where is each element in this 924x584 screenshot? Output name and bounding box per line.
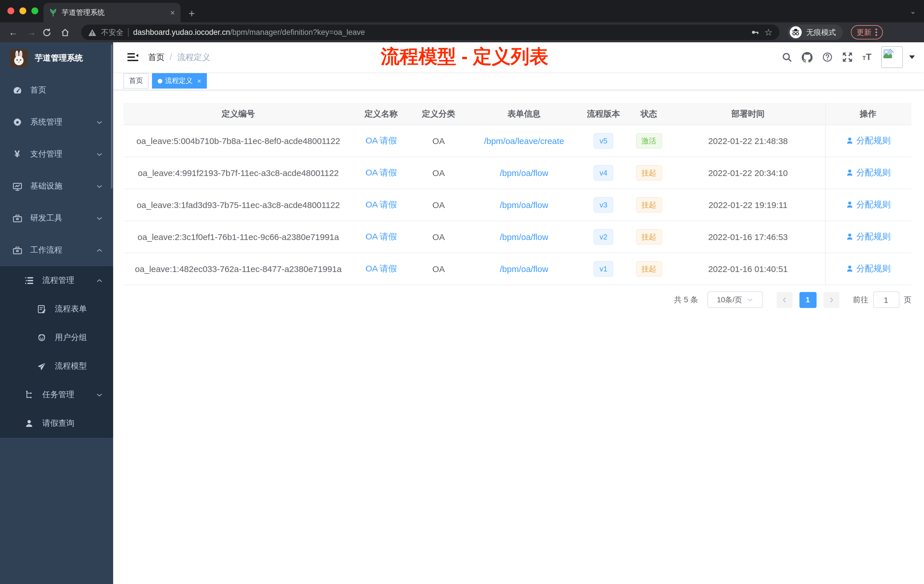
form-link[interactable]: /bpm/oa/flow — [500, 232, 548, 242]
sidebar-item-home[interactable]: 首页 — [0, 74, 113, 106]
form-link[interactable]: /bpm/oa/flow — [500, 168, 548, 178]
avatar[interactable] — [881, 46, 903, 68]
browser-update-button[interactable]: 更新 — [851, 25, 883, 40]
definition-name-link[interactable]: OA 请假 — [365, 200, 397, 209]
breadcrumb-separator: / — [170, 53, 172, 62]
assign-rule-button[interactable]: 分配规则 — [845, 167, 891, 178]
goto-label: 前往 — [853, 295, 868, 305]
browser-menu-kebab-icon[interactable] — [875, 28, 877, 36]
goto-page-input[interactable] — [873, 292, 899, 308]
toolbox-icon — [12, 213, 22, 223]
url-text[interactable]: dashboard.yudao.iocoder.cn/bpm/manager/d… — [133, 28, 746, 36]
sidebar-item-label: 系统管理 — [30, 117, 88, 127]
sidebar-item-label: 工作流程 — [30, 245, 88, 256]
definition-name-link[interactable]: OA 请假 — [365, 264, 397, 273]
sidebar-item-label: 流程管理 — [42, 276, 88, 286]
new-tab-button[interactable]: + — [188, 8, 195, 19]
sidebar-item-task-mgmt[interactable]: 任务管理 — [0, 381, 113, 409]
user-icon — [845, 169, 853, 177]
security-label[interactable]: 不安全 — [101, 27, 124, 38]
sidebar-item-payment[interactable]: ¥ 支付管理 — [0, 138, 113, 170]
tab-search-icon[interactable]: ⌄ — [910, 7, 916, 15]
security-warning-icon[interactable] — [88, 28, 97, 36]
page-size-select[interactable]: 10条/页 — [707, 292, 762, 308]
omnibox-divider — [128, 28, 129, 36]
bookmark-star-icon[interactable]: ☆ — [764, 27, 772, 38]
chevron-down-icon — [96, 151, 103, 158]
window-controls[interactable] — [7, 7, 38, 14]
sidebar-item-leave-query[interactable]: 请假查询 — [0, 409, 113, 438]
tab-close-icon[interactable]: × — [170, 8, 175, 16]
definition-name-link[interactable]: OA 请假 — [365, 231, 397, 241]
table-row: oa_leave:2:3c1f0ef1-76b1-11ec-9c66-a2380… — [124, 221, 911, 253]
tag-home[interactable]: 首页 — [124, 73, 148, 89]
tree-icon — [24, 390, 34, 399]
help-icon[interactable] — [822, 52, 833, 62]
gear-icon — [12, 117, 22, 127]
person-icon — [24, 419, 34, 428]
form-link[interactable]: /bpm/oa/flow — [500, 200, 548, 210]
monitor-icon — [12, 181, 22, 191]
broken-image-icon — [883, 48, 894, 59]
tag-close-icon[interactable]: × — [197, 77, 201, 85]
version-badge: v4 — [594, 165, 613, 181]
chevron-down-icon — [96, 183, 103, 190]
sidebar-item-label: 基础设施 — [30, 181, 88, 191]
sidebar-item-process-form[interactable]: 流程表单 — [0, 295, 113, 323]
chevron-down-icon — [747, 297, 753, 303]
minimize-window-button[interactable] — [20, 7, 26, 14]
definition-name-link[interactable]: OA 请假 — [365, 167, 397, 177]
tag-process-definition[interactable]: 流程定义 × — [152, 73, 207, 89]
column-header: 部署时间 — [671, 108, 825, 119]
sidebar-logo-row[interactable]: 芋道管理系统 — [0, 42, 113, 74]
search-icon[interactable] — [782, 52, 792, 62]
fullscreen-icon[interactable] — [842, 52, 853, 62]
forward-button[interactable]: → — [24, 27, 39, 38]
prev-page-button[interactable] — [776, 292, 792, 308]
column-header: 流程版本 — [580, 108, 627, 119]
url-bar[interactable]: 不安全 dashboard.yudao.iocoder.cn/bpm/manag… — [81, 25, 779, 40]
github-icon[interactable] — [802, 52, 813, 63]
page-number-button[interactable]: 1 — [799, 292, 816, 308]
sidebar-scrollbar[interactable] — [111, 45, 112, 188]
sidebar-item-devtools[interactable]: 研发工具 — [0, 202, 113, 234]
version-badge: v3 — [594, 197, 613, 213]
form-link[interactable]: /bpm/oa/leave/create — [484, 136, 564, 146]
home-button[interactable] — [61, 28, 76, 37]
sidebar-item-process-model[interactable]: 流程模型 — [0, 352, 113, 381]
version-badge: v5 — [594, 133, 613, 148]
tags-view-bar: 首页 流程定义 × — [113, 72, 924, 90]
assign-rule-button[interactable]: 分配规则 — [845, 200, 891, 210]
breadcrumb-home-link[interactable]: 首页 — [148, 52, 165, 63]
chevron-up-icon — [96, 247, 103, 254]
assign-rule-button[interactable]: 分配规则 — [845, 264, 891, 274]
close-window-button[interactable] — [7, 7, 14, 14]
table-row: oa_leave:1:482ec033-762a-11ec-8477-a2380… — [124, 253, 911, 285]
back-button[interactable]: ← — [6, 27, 21, 38]
browser-tabstrip: 芋道管理系统 × + ⌄ — [0, 0, 924, 22]
status-badge: 挂起 — [636, 261, 662, 277]
next-page-button[interactable] — [823, 292, 839, 308]
table-row: oa_leave:3:1fad3d93-7b75-11ec-a3c8-acde4… — [124, 189, 911, 221]
browser-tab[interactable]: 芋道管理系统 × — [43, 3, 181, 22]
avatar-caret-icon[interactable] — [909, 55, 915, 59]
sidebar-toggle-icon[interactable] — [127, 53, 138, 62]
definition-name-link[interactable]: OA 请假 — [365, 135, 397, 145]
form-link[interactable]: /bpm/oa/flow — [500, 264, 548, 274]
status-badge: 挂起 — [636, 229, 662, 244]
chevron-down-icon — [96, 391, 103, 398]
font-size-icon[interactable]: TT — [862, 52, 871, 62]
sidebar-item-infra[interactable]: 基础设施 — [0, 170, 113, 202]
password-key-icon[interactable] — [750, 27, 760, 37]
sidebar-item-process-mgmt[interactable]: 流程管理 — [0, 266, 113, 295]
sidebar-item-user-group[interactable]: 用户分组 — [0, 323, 113, 352]
sidebar-item-label: 流程模型 — [55, 361, 103, 371]
app-navbar: 首页 / 流程定义 流程模型 - 定义列表 — [113, 42, 924, 72]
assign-rule-button[interactable]: 分配规则 — [845, 231, 891, 242]
fixed-column-divider — [825, 103, 826, 286]
assign-rule-button[interactable]: 分配规则 — [845, 135, 891, 146]
sidebar-item-system[interactable]: 系统管理 — [0, 106, 113, 138]
maximize-window-button[interactable] — [31, 7, 38, 14]
reload-button[interactable] — [42, 28, 57, 37]
sidebar-item-workflow[interactable]: 工作流程 — [0, 234, 113, 266]
